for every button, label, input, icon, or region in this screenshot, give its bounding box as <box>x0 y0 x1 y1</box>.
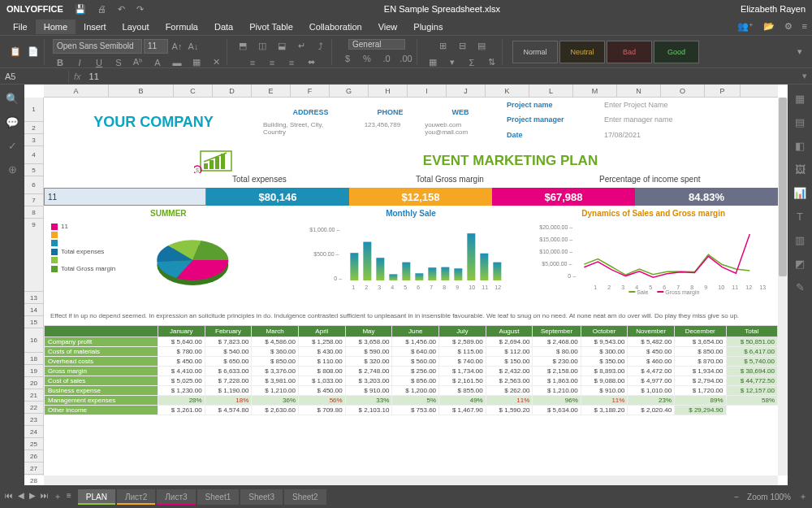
paste-icon[interactable]: 📄 <box>26 45 41 59</box>
fill-icon[interactable]: ▬ <box>170 55 184 70</box>
sum-icon[interactable]: Σ <box>464 55 479 70</box>
vertical-scrollbar[interactable] <box>778 98 788 475</box>
menu-formula[interactable]: Formula <box>158 20 206 34</box>
align-top-icon[interactable]: ⬒ <box>235 39 250 54</box>
chart-props-icon[interactable]: 📊 <box>793 187 806 199</box>
menu-file[interactable]: File <box>5 20 36 34</box>
align-bot-icon[interactable]: ⬓ <box>274 39 289 54</box>
data-table[interactable]: JanuaryFebruaryMarchAprilMayJuneJulyAugu… <box>44 325 778 415</box>
style-neutral[interactable]: Neutral <box>559 41 605 63</box>
spreadsheet[interactable]: ABCDEFGHIJKLMNOP 12345678913141516181920… <box>24 85 788 485</box>
border-icon[interactable]: ▦ <box>189 55 204 70</box>
formula-input[interactable] <box>86 70 802 83</box>
copy-icon[interactable]: 📋 <box>8 45 23 59</box>
active-cell[interactable]: 11 <box>44 188 206 206</box>
last-sheet-icon[interactable]: ⏭ <box>41 491 49 502</box>
sheet-tab-sheet2[interactable]: Sheet2 <box>284 489 326 505</box>
add-sheet-icon[interactable]: ＋ <box>54 491 62 502</box>
slicer-props-icon[interactable]: ◩ <box>795 258 805 270</box>
dec-dec-icon[interactable]: .00 <box>399 51 413 66</box>
underline-icon[interactable]: U <box>92 55 106 70</box>
table-props-icon[interactable]: ▤ <box>795 116 805 128</box>
settings-icon[interactable]: ⚙ <box>784 21 793 32</box>
style-normal[interactable]: Normal <box>512 41 558 63</box>
sheet-tab-sheet1[interactable]: Sheet1 <box>197 489 240 505</box>
strike-icon[interactable]: S <box>111 55 126 70</box>
menu-collaboration[interactable]: Collaboration <box>301 20 370 34</box>
redo-icon[interactable]: ↷ <box>136 4 144 15</box>
menu-icon[interactable]: ≡ <box>802 21 807 32</box>
number-format-select[interactable]: General <box>348 39 405 50</box>
signature-icon[interactable]: ✎ <box>796 281 805 293</box>
cell-reference[interactable]: A5 <box>0 70 69 83</box>
align-right-icon[interactable]: ≡ <box>284 55 299 70</box>
menu-insert[interactable]: Insert <box>76 20 114 34</box>
wrap-icon[interactable]: ↵ <box>294 39 309 54</box>
share-icon[interactable]: 👥⁺ <box>737 21 754 32</box>
align-center-icon[interactable]: ≡ <box>265 55 279 70</box>
bold-icon[interactable]: B <box>53 55 67 70</box>
text-props-icon[interactable]: T <box>797 211 803 223</box>
undo-icon[interactable]: ↶ <box>118 4 125 15</box>
style-good[interactable]: Good <box>654 41 699 63</box>
comments-icon[interactable]: 💬 <box>6 116 19 128</box>
sheet-tab-лист2[interactable]: Лист2 <box>117 489 155 505</box>
rotate-icon[interactable]: ⤴ <box>313 39 328 54</box>
user-name[interactable]: Elizabeth Rayen <box>741 4 806 14</box>
cell-props-icon[interactable]: ▦ <box>795 93 805 105</box>
sort-icon[interactable]: ⇅ <box>484 55 499 70</box>
list-sheets-icon[interactable]: ≡ <box>67 491 71 502</box>
cond-format-icon[interactable]: ▤ <box>474 39 489 54</box>
feedback-icon[interactable]: ⊕ <box>8 163 17 176</box>
menu-data[interactable]: Data <box>206 20 241 34</box>
font-size-select[interactable]: 11 <box>144 39 168 54</box>
first-sheet-icon[interactable]: ⏮ <box>5 491 13 502</box>
table-icon[interactable]: ▦ <box>425 55 440 70</box>
dec-inc-icon[interactable]: .0 <box>379 51 394 66</box>
pivot-props-icon[interactable]: ▥ <box>795 234 805 246</box>
column-headers[interactable]: ABCDEFGHIJKLMNOP <box>44 85 778 98</box>
inc-font-icon[interactable]: A↑ <box>170 39 184 54</box>
horizontal-scrollbar[interactable] <box>44 475 778 485</box>
save-icon[interactable]: 💾 <box>75 4 86 15</box>
super-icon[interactable]: Aᵇ <box>131 55 145 70</box>
zoom-out-icon[interactable]: − <box>734 493 739 501</box>
italic-icon[interactable]: I <box>72 55 87 70</box>
menu-layout[interactable]: Layout <box>114 20 158 34</box>
insert-cells-icon[interactable]: ⊞ <box>435 39 450 54</box>
style-bad[interactable]: Bad <box>607 41 652 63</box>
delete-cells-icon[interactable]: ⊟ <box>455 39 469 54</box>
next-sheet-icon[interactable]: ▶ <box>29 491 36 502</box>
menu-home[interactable]: Home <box>36 20 76 34</box>
expand-icon[interactable]: ▾ <box>793 45 807 59</box>
zoom-level[interactable]: Zoom 100% <box>747 493 791 501</box>
menu-plugins[interactable]: Plugins <box>405 20 451 34</box>
zoom-in-icon[interactable]: ＋ <box>799 491 807 502</box>
font-select[interactable]: Open Sans Semibold <box>53 39 142 54</box>
merge-icon[interactable]: ⬌ <box>304 55 318 70</box>
sheet-tab-plan[interactable]: PLAN <box>78 489 115 505</box>
spellcheck-icon[interactable]: ✓ <box>8 140 17 152</box>
prev-sheet-icon[interactable]: ◀ <box>18 491 24 502</box>
sheet-tab-sheet3[interactable]: Sheet3 <box>240 489 283 505</box>
menu-view[interactable]: View <box>370 20 406 34</box>
row-headers[interactable]: 1234567891314151618192021222324252627282… <box>24 98 44 475</box>
fx-icon[interactable]: fx <box>69 72 86 81</box>
filter-icon[interactable]: ▾ <box>445 55 460 70</box>
shape-props-icon[interactable]: ◧ <box>795 140 805 152</box>
search-icon[interactable]: 🔍 <box>6 93 19 105</box>
currency-icon[interactable]: $ <box>340 51 355 66</box>
percent-icon[interactable]: % <box>360 51 374 66</box>
grid[interactable]: YOUR COMPANY ADDRESSPHONEWEB Building, S… <box>44 98 778 475</box>
clear-icon[interactable]: ✕ <box>209 55 223 70</box>
print-icon[interactable]: 🖨 <box>97 4 106 15</box>
menu-pivot-table[interactable]: Pivot Table <box>241 20 301 34</box>
align-left-icon[interactable]: ≡ <box>245 55 260 70</box>
image-props-icon[interactable]: 🖼 <box>795 163 806 176</box>
dec-font-icon[interactable]: A↓ <box>186 39 201 54</box>
expand-formula-icon[interactable]: ▾ <box>802 71 807 81</box>
sheet-tab-лист3[interactable]: Лист3 <box>157 489 195 505</box>
fontcolor-icon[interactable]: A <box>150 55 165 70</box>
align-mid-icon[interactable]: ◫ <box>255 39 270 54</box>
search-icon[interactable]: 📂 <box>763 21 775 32</box>
